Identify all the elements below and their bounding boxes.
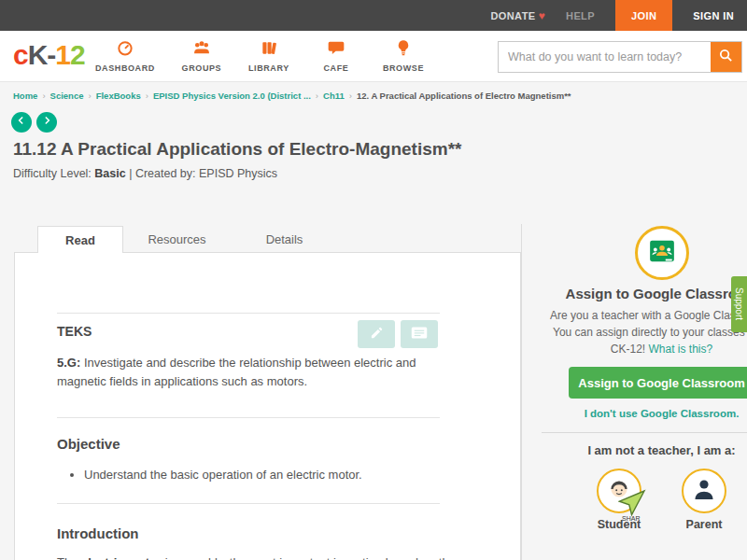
divider [542, 432, 747, 433]
library-icon [260, 38, 278, 61]
parent-icon [690, 475, 718, 507]
prev-lesson-button[interactable] [11, 112, 32, 133]
teks-tools [358, 320, 438, 348]
assign-google-classroom-button[interactable]: Assign to Google Classroom [569, 367, 747, 399]
search-button[interactable] [711, 42, 741, 72]
next-lesson-button[interactable] [36, 112, 57, 133]
chevron-left-icon [15, 114, 28, 131]
role-parent[interactable]: Parent [682, 469, 726, 531]
topbar: DONATE♥ HELP JOIN SIGN IN [0, 0, 747, 31]
page-meta: Difficulty Level: Basic | Created by: EP… [13, 167, 277, 180]
objective-heading: Objective [57, 436, 120, 452]
flashcard-icon [411, 326, 428, 343]
annotate-button[interactable] [358, 320, 395, 348]
groups-icon [192, 38, 211, 61]
google-classroom-icon [648, 237, 676, 269]
signin-link[interactable]: SIGN IN [693, 10, 734, 21]
classroom-heading: Assign to Google Classroom [522, 286, 747, 301]
breadcrumb-book[interactable]: EPISD Physics Version 2.0 (District ... [153, 91, 311, 101]
search-icon [718, 48, 734, 66]
divider [57, 503, 440, 504]
teks-body: 5.G: Investigate and describe the relati… [57, 354, 426, 391]
intro-bold-term: electric motor [81, 555, 162, 560]
flashcards-button[interactable] [401, 320, 438, 348]
breadcrumb-flexbooks[interactable]: FlexBooks [96, 91, 141, 101]
introduction-body: The electric motor is arguably, the most… [57, 553, 458, 560]
nav-item-browse[interactable]: BROWSE [383, 38, 424, 73]
ck12-logo[interactable]: cK-12 [13, 39, 85, 71]
nav-item-library[interactable]: LIBRARY [248, 38, 289, 73]
breadcrumb-current: 12. A Practical Applications of Electro … [357, 91, 571, 101]
nav-item-groups[interactable]: GROUPS [181, 38, 222, 73]
heart-icon: ♥ [539, 9, 546, 22]
content-tabs: Read Resources Details [37, 226, 338, 253]
join-button[interactable]: JOIN [615, 0, 672, 31]
created-by-value: EPISD Physics [199, 167, 277, 180]
header: cK-12 DASHBOARD GROUPS LIBRARY CAFE [0, 31, 747, 82]
tab-read[interactable]: Read [37, 226, 123, 253]
lesson-pager [11, 112, 57, 133]
difficulty-value: Basic [94, 167, 125, 180]
tab-resources[interactable]: Resources [123, 226, 231, 253]
divider [57, 417, 440, 418]
chevron-right-icon [40, 114, 53, 131]
support-tab[interactable]: Support [731, 276, 747, 332]
objective-list: Understand the basic operation of an ele… [73, 468, 446, 482]
teks-heading: TEKS [57, 324, 92, 339]
nav-item-dashboard[interactable]: DASHBOARD [95, 38, 155, 73]
breadcrumb: Home › Science › FlexBooks › EPISD Physi… [13, 91, 571, 101]
lesson-content-card: TEKS 5.G: Investigate and describe the r… [14, 252, 521, 560]
role-student[interactable]: Student [597, 469, 641, 531]
search-input[interactable] [499, 42, 711, 72]
pencil-icon [370, 326, 384, 343]
browse-icon [394, 38, 413, 61]
help-link[interactable]: HELP [566, 10, 595, 21]
cafe-icon [327, 38, 345, 61]
classroom-body: Are you a teacher with a Google Classroo… [522, 301, 747, 357]
nav-item-cafe[interactable]: CAFE [316, 38, 357, 73]
google-classroom-panel: Assign to Google Classroom Are you a tea… [521, 224, 747, 560]
role-prompt: I am not a teacher, I am a: [522, 443, 747, 457]
tab-details[interactable]: Details [231, 226, 338, 253]
introduction-heading: Introduction [57, 525, 138, 541]
google-classroom-logo-circle [635, 226, 689, 280]
divider [57, 313, 440, 314]
what-is-this-link[interactable]: What is this? [649, 343, 713, 356]
page-title: 11.12 A Practical Applications of Electr… [13, 139, 461, 160]
breadcrumb-chapter[interactable]: Ch11 [323, 91, 345, 101]
student-icon [605, 475, 633, 507]
donate-link[interactable]: DONATE♥ [490, 9, 545, 22]
objective-item: Understand the basic operation of an ele… [84, 468, 446, 482]
breadcrumb-home[interactable]: Home [13, 91, 37, 101]
no-classroom-link[interactable]: I don't use Google Classroom. [522, 408, 747, 419]
breadcrumb-science[interactable]: Science [50, 91, 84, 101]
main-nav: DASHBOARD GROUPS LIBRARY CAFE BROWSE [95, 38, 424, 73]
role-options: Student Parent [522, 469, 747, 531]
teks-code: 5.G: [57, 356, 80, 370]
dashboard-icon [116, 38, 134, 61]
search-box [498, 41, 742, 73]
